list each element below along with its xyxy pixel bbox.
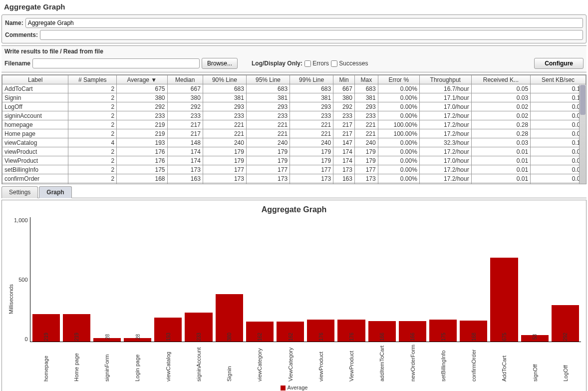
column-header[interactable]: Median xyxy=(167,75,203,84)
column-header[interactable]: 90% Line xyxy=(203,75,246,84)
bar: 53 xyxy=(521,217,549,342)
legend-swatch xyxy=(281,386,286,391)
xaxis-label: Home page xyxy=(62,344,90,382)
bar: 233 xyxy=(185,217,212,342)
xaxis-label: signinAccount xyxy=(185,344,212,382)
file-section: Write results to file / Read from file F… xyxy=(1,45,587,72)
browse-button[interactable]: Browse... xyxy=(202,58,238,69)
xaxis-label: signOff xyxy=(521,344,549,382)
xaxis-label: LogOff xyxy=(552,344,579,382)
table-scrollbar[interactable] xyxy=(579,85,586,184)
successes-checkbox-label[interactable]: Successes xyxy=(331,60,368,67)
xaxis-label: ViewProduct xyxy=(337,344,365,382)
filename-label: Filename xyxy=(4,60,30,67)
table-row[interactable]: signinAccount22332332332332332332330.00%… xyxy=(2,111,586,120)
table-row[interactable]: setBillingInfo21751731771771771731770.00… xyxy=(2,165,586,174)
chart-xlabels: homepageHome pagesigninFormLogin pagevie… xyxy=(30,342,581,382)
column-header[interactable]: Sent KB/sec xyxy=(531,75,586,84)
column-header[interactable]: Throughput xyxy=(419,75,471,84)
errors-checkbox-label[interactable]: Errors xyxy=(304,60,329,67)
xaxis-label: confirmOrder xyxy=(460,344,487,382)
table-row[interactable]: confirmOrder21681631731731731631730.00%1… xyxy=(2,174,586,183)
table-row[interactable]: ViewProduct21761741791791791741790.00%17… xyxy=(2,156,586,165)
bar: 175 xyxy=(429,217,457,342)
table-row[interactable]: Home page2219217221221221217221100.00%17… xyxy=(2,129,586,138)
bar: 380 xyxy=(216,217,243,342)
results-table: Label# SamplesAverage ▼Median90% Line95%… xyxy=(2,75,586,184)
file-legend: Write results to file / Read from file xyxy=(4,48,584,55)
bar: 292 xyxy=(552,217,579,342)
yaxis-label: Milliseconds xyxy=(7,217,14,382)
column-header[interactable]: Average ▼ xyxy=(117,75,167,84)
name-input[interactable] xyxy=(25,18,583,28)
bar: 162 xyxy=(246,217,274,342)
bar: 166 xyxy=(368,217,396,342)
chart-bars: 2192192828193233380162162176176166166175… xyxy=(30,217,581,342)
name-label: Name: xyxy=(5,19,23,26)
bar: 28 xyxy=(124,217,151,342)
table-row[interactable]: Signin23803803813813813803810.00%17.1/ho… xyxy=(2,93,586,102)
bar: 176 xyxy=(337,217,365,342)
xaxis-label: AddToCart xyxy=(490,344,518,382)
table-row[interactable]: LogOff22922922932932932922930.00%17.0/ho… xyxy=(2,102,586,111)
xaxis-label: newOrderForm xyxy=(399,344,426,382)
successes-checkbox[interactable] xyxy=(331,60,337,67)
column-header[interactable]: Label xyxy=(2,75,68,84)
results-table-wrap: Label# SamplesAverage ▼Median90% Line95%… xyxy=(1,74,587,184)
xaxis-label: homepage xyxy=(32,344,59,382)
table-row[interactable]: AddToCart26756676836836836676830.00%16.7… xyxy=(2,84,586,93)
bar: 675 xyxy=(490,217,518,342)
comments-label: Comments: xyxy=(5,31,38,38)
bar: 28 xyxy=(93,217,121,342)
bar: 176 xyxy=(307,217,334,342)
table-row[interactable]: homepage2219217221221221217221100.00%17.… xyxy=(2,120,586,129)
bar: 166 xyxy=(399,217,426,342)
column-header[interactable]: Min xyxy=(333,75,355,84)
chart-panel: Aggregate Graph Milliseconds 1,0005000 2… xyxy=(1,200,587,391)
column-header[interactable]: # Samples xyxy=(68,75,117,84)
xaxis-label: signinForm xyxy=(93,344,120,382)
xaxis-label: ViewCategory xyxy=(277,344,304,382)
logdisplay-label: Log/Display Only: xyxy=(252,60,302,67)
bar: 162 xyxy=(277,217,304,342)
xaxis-label: viewProduct xyxy=(307,344,334,382)
table-row[interactable]: viewCatalog41931482402402401472400.00%32… xyxy=(2,138,586,147)
tab-settings[interactable]: Settings xyxy=(1,186,38,198)
errors-checkbox[interactable] xyxy=(304,60,311,67)
tab-graph[interactable]: Graph xyxy=(39,186,71,198)
xaxis-label: viewCatalog xyxy=(154,344,182,382)
bar: 219 xyxy=(63,217,90,342)
column-header[interactable]: 95% Line xyxy=(246,75,290,84)
xaxis-label: viewCategory xyxy=(246,344,273,382)
table-row[interactable]: addItemToCart21661621701701701621700.00%… xyxy=(2,183,586,185)
bar: 193 xyxy=(154,217,182,342)
xaxis-label: Login page xyxy=(123,344,151,382)
column-header[interactable]: Received K... xyxy=(471,75,531,84)
tab-bar: Settings Graph xyxy=(1,186,587,198)
chart-legend: Average xyxy=(7,382,581,391)
column-header[interactable]: 99% Line xyxy=(290,75,333,84)
panel-title: Aggregate Graph xyxy=(0,0,588,13)
xaxis-label: setBillingInfo xyxy=(429,344,457,382)
table-row[interactable]: viewProduct21761741791791791741790.00%17… xyxy=(2,147,586,156)
configure-button[interactable]: Configure xyxy=(534,58,584,69)
column-header[interactable]: Error % xyxy=(378,75,419,84)
config-form: Name: Comments: xyxy=(1,14,587,43)
comments-input[interactable] xyxy=(40,30,583,40)
filename-input[interactable] xyxy=(32,58,200,68)
bar: 219 xyxy=(32,217,60,342)
xaxis-label: Signin xyxy=(215,344,243,382)
yaxis-ticks: 1,0005000 xyxy=(14,217,30,342)
xaxis-label: addItemToCart xyxy=(368,344,395,382)
column-header[interactable]: Max xyxy=(354,75,378,84)
chart-title: Aggregate Graph xyxy=(7,205,581,214)
bar: 168 xyxy=(460,217,487,342)
